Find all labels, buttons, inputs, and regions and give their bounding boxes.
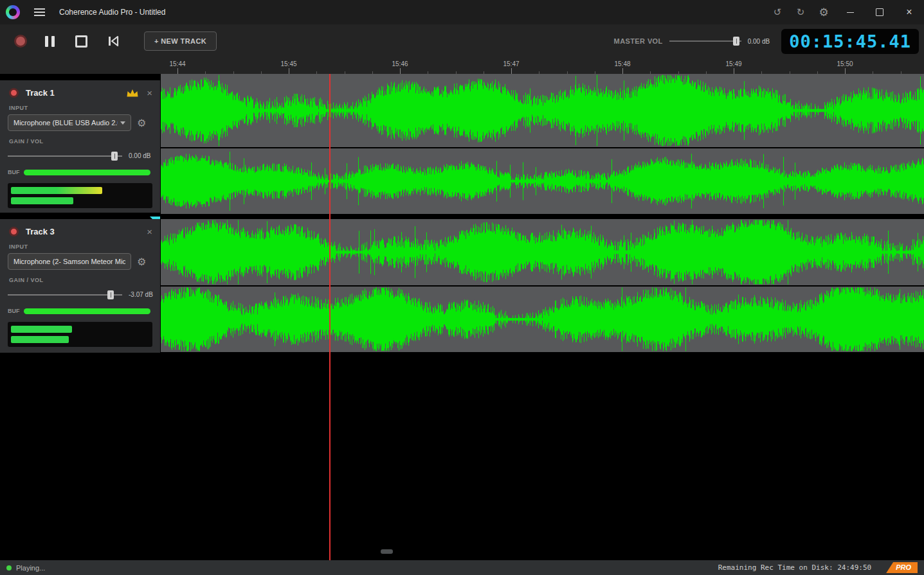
gain-value: -3.07 dB xyxy=(129,291,153,298)
gain-slider-handle[interactable] xyxy=(107,290,114,299)
crown-icon xyxy=(126,89,139,98)
titlebar-actions: ↺ ↻ ⚙ × xyxy=(766,0,924,24)
app-window: Coherence Audio Pro - Untitled ↺ ↻ ⚙ × +… xyxy=(0,0,924,575)
titlebar: Coherence Audio Pro - Untitled ↺ ↻ ⚙ × xyxy=(0,0,924,24)
waveform-track1-channel-left[interactable] xyxy=(161,74,924,147)
minimize-icon xyxy=(847,12,854,13)
playhead[interactable] xyxy=(329,74,331,560)
maximize-icon xyxy=(876,8,883,16)
input-device-dropdown[interactable]: Microphone (BLUE USB Audio 2.0) xyxy=(8,114,131,131)
track-header: Track 3 × xyxy=(0,219,160,236)
status-text: Playing... xyxy=(16,564,45,572)
meter-channel-right xyxy=(11,336,149,343)
statusbar: Playing... Remaining Rec Time on Disk: 2… xyxy=(0,560,924,575)
stop-button[interactable] xyxy=(75,35,87,48)
record-button[interactable] xyxy=(14,35,27,48)
gain-label: GAIN / VOL xyxy=(9,138,160,145)
track-name: Track 1 xyxy=(26,88,55,98)
master-vol-slider[interactable] xyxy=(669,40,741,42)
skip-to-start-icon xyxy=(107,35,120,47)
meter-channel-left xyxy=(11,187,149,194)
track-header: Track 1 × xyxy=(0,80,160,98)
settings-gear-icon[interactable]: ⚙ xyxy=(812,6,835,19)
ruler-time-label: 15:48 xyxy=(611,60,634,67)
waveform-track1-channel-right[interactable] xyxy=(161,148,924,214)
gain-slider[interactable] xyxy=(8,294,122,296)
skip-to-start-button[interactable] xyxy=(107,35,120,47)
ruler-time-label: 15:46 xyxy=(388,60,412,67)
waveform-track3-channel-left[interactable] xyxy=(161,219,924,285)
track-panel-track1: Track 1 × INPUT Microphone (BLUE USB Aud… xyxy=(0,80,160,213)
input-row: Microphone (BLUE USB Audio 2.0) ⚙ xyxy=(8,114,160,131)
maximize-button[interactable] xyxy=(865,0,894,24)
buffer-bar xyxy=(24,170,150,175)
close-track-icon[interactable]: × xyxy=(147,88,152,98)
meter-channel-left xyxy=(11,326,149,333)
track-name: Track 3 xyxy=(26,227,55,236)
close-button[interactable]: × xyxy=(894,0,924,24)
waveform-track3-channel-right[interactable] xyxy=(161,287,924,352)
gain-value: 0.00 dB xyxy=(129,152,150,159)
master-volume-section: MASTER VOL 0.00 dB xyxy=(614,37,770,45)
gain-row: 0.00 dB xyxy=(8,152,160,159)
input-device-value: Microphone (BLUE USB Audio 2.0) xyxy=(14,119,118,127)
record-arm-indicator[interactable] xyxy=(9,88,19,98)
minimize-button[interactable] xyxy=(835,0,865,24)
record-arm-indicator[interactable] xyxy=(9,227,19,236)
app-logo-icon xyxy=(6,5,20,19)
meter-fill xyxy=(11,336,69,343)
buffer-label: BUF xyxy=(8,308,20,314)
close-icon: × xyxy=(906,7,912,17)
level-meters xyxy=(8,183,152,208)
window-title: Coherence Audio Pro - Untitled xyxy=(59,8,165,17)
transport-toolbar: + NEW TRACK MASTER VOL 0.00 dB 00:15:45.… xyxy=(0,24,924,58)
gain-slider[interactable] xyxy=(8,155,122,157)
master-vol-value: 0.00 dB xyxy=(748,38,770,45)
redo-icon[interactable]: ↻ xyxy=(789,6,812,18)
status-dot-icon xyxy=(6,565,12,571)
gain-label: GAIN / VOL xyxy=(9,277,160,283)
ruler-time-label: 15:50 xyxy=(833,60,856,67)
meter-channel-right xyxy=(11,197,149,204)
master-vol-handle[interactable] xyxy=(733,37,739,46)
meter-fill xyxy=(11,197,73,204)
buffer-row: BUF xyxy=(8,169,160,175)
input-row: Microphone (2- Samson Meteor Mic ⚙ xyxy=(8,253,160,270)
menu-icon[interactable] xyxy=(34,8,45,16)
time-display: 00:15:45.41 xyxy=(781,29,919,54)
master-vol-label: MASTER VOL xyxy=(614,37,663,45)
ruler-time-label: 15:49 xyxy=(722,60,745,67)
input-device-dropdown[interactable]: Microphone (2- Samson Meteor Mic xyxy=(8,253,131,270)
buffer-label: BUF xyxy=(8,169,20,175)
input-label: INPUT xyxy=(9,243,160,250)
meter-fill xyxy=(11,187,102,194)
remaining-rec-time-text: Remaining Rec Time on Disk: 24:49:50 xyxy=(718,563,871,572)
ruler-time-label: 15:47 xyxy=(500,60,523,67)
pro-badge-label: PRO xyxy=(896,563,911,571)
gain-row: -3.07 dB xyxy=(8,291,160,298)
horizontal-scrollbar-thumb[interactable] xyxy=(381,549,393,554)
buffer-bar xyxy=(24,308,150,314)
new-track-button[interactable]: + NEW TRACK xyxy=(144,31,217,51)
input-label: INPUT xyxy=(9,105,160,111)
track-panel-track3: Track 3 × INPUT Microphone (2- Samson Me… xyxy=(0,219,160,353)
chevron-down-icon xyxy=(120,121,125,125)
input-device-value: Microphone (2- Samson Meteor Mic xyxy=(14,258,125,265)
pause-button[interactable] xyxy=(45,36,55,47)
meter-fill xyxy=(11,326,72,333)
track-settings-gear-icon[interactable]: ⚙ xyxy=(137,117,146,129)
buffer-row: BUF xyxy=(8,308,160,314)
gain-slider-handle[interactable] xyxy=(111,152,118,161)
ruler[interactable]: 15:4415:4515:4615:4715:4815:4915:50 xyxy=(0,58,924,74)
pro-badge[interactable]: PRO xyxy=(886,562,918,573)
undo-icon[interactable]: ↺ xyxy=(766,6,789,18)
ruler-time-label: 15:45 xyxy=(277,60,300,67)
level-meters xyxy=(8,322,152,347)
track-settings-gear-icon[interactable]: ⚙ xyxy=(137,256,146,268)
close-track-icon[interactable]: × xyxy=(147,227,152,236)
ruler-time-label: 15:44 xyxy=(166,60,189,67)
